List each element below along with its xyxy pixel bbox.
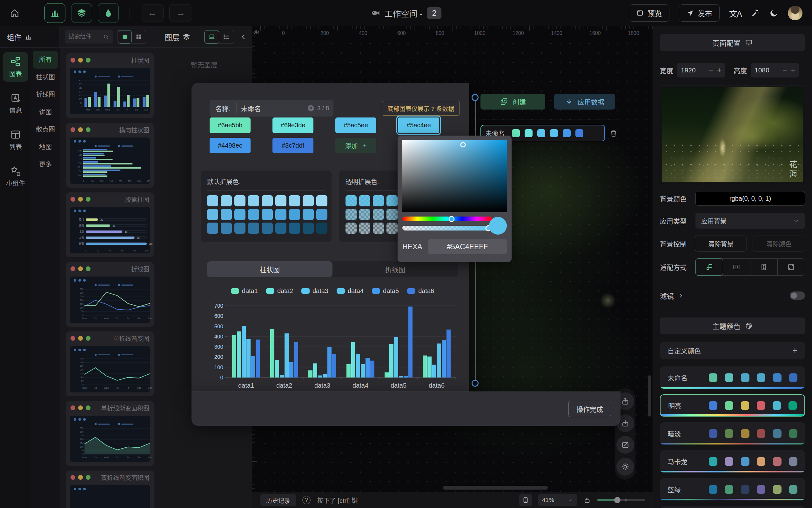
palette-swatch[interactable] <box>221 222 232 234</box>
avatar[interactable] <box>788 6 803 20</box>
fit-width-button[interactable] <box>723 259 750 275</box>
chart-mode-button[interactable] <box>44 3 66 23</box>
connector-handle-bottom[interactable] <box>472 380 478 387</box>
clear-color-button[interactable]: 清除颜色 <box>753 236 805 251</box>
component-card[interactable]: 柱状图050100150200250300350MonTueWedThuFriS… <box>66 53 154 118</box>
legend-item[interactable]: data3 <box>301 287 328 295</box>
tab-line-chart[interactable]: 折线图 <box>333 261 458 277</box>
color-chip[interactable]: #69e3de <box>272 118 313 133</box>
add-color-button[interactable]: 添加+ <box>335 138 376 153</box>
color-chip[interactable]: #3c7ddf <box>272 138 313 153</box>
transparent-palette-swatch[interactable] <box>345 209 357 220</box>
saturation-area[interactable] <box>402 140 507 212</box>
list-view-button[interactable] <box>219 30 234 43</box>
history-button[interactable]: 历史记录 <box>260 494 296 506</box>
transparent-palette-swatch[interactable] <box>345 222 357 234</box>
palette-swatch[interactable] <box>221 195 232 206</box>
collapse-panel-icon[interactable] <box>240 33 247 41</box>
clear-input-icon[interactable]: ✕ <box>308 105 314 112</box>
palette-swatch[interactable] <box>207 195 218 206</box>
theme-row-马卡龙[interactable]: 马卡龙 <box>660 450 805 472</box>
category-item-4[interactable]: 散点图 <box>33 121 58 138</box>
sidebar-item-charts[interactable]: 图表 <box>3 52 28 82</box>
search-input[interactable] <box>69 33 100 40</box>
palette-swatch[interactable] <box>303 222 314 234</box>
height-plus-button[interactable]: + <box>791 66 795 75</box>
transparent-palette-swatch[interactable] <box>386 209 397 220</box>
color-chip[interactable]: #5ac4ee <box>398 118 439 133</box>
component-card[interactable]: 折线图050100150200250300350MonTueWedThuFriS… <box>66 262 154 327</box>
search-box[interactable] <box>65 30 113 43</box>
transparent-palette-swatch[interactable] <box>386 222 397 234</box>
palette-swatch[interactable] <box>316 222 328 234</box>
sidebar-item-info[interactable]: 信息 <box>3 89 28 118</box>
app-type-select[interactable]: 应用背景 <box>695 213 805 228</box>
palette-swatch[interactable] <box>248 209 259 220</box>
color-chip[interactable]: #6ae5bb <box>210 118 251 133</box>
palette-swatch[interactable] <box>262 209 273 220</box>
palette-swatch[interactable] <box>275 195 287 206</box>
vertical-scrollbar[interactable] <box>648 375 651 417</box>
component-card[interactable]: 横向柱状图SunSatFriThuWedTueMon05010015020025… <box>66 123 154 187</box>
component-card[interactable]: 双折线渐变面积图 <box>66 470 154 508</box>
transparent-palette-swatch[interactable] <box>359 209 370 220</box>
width-minus-button[interactable]: − <box>709 66 713 75</box>
theme-row-partial[interactable] <box>660 506 805 508</box>
alpha-slider[interactable] <box>402 226 492 230</box>
publish-button[interactable]: 发布 <box>679 4 720 22</box>
theme-row-暗淡[interactable]: 暗淡 <box>660 422 805 444</box>
legend-item[interactable]: data1 <box>231 287 258 295</box>
transparent-palette-swatch[interactable] <box>359 195 370 206</box>
lock-icon[interactable] <box>583 496 591 504</box>
zoom-level-select[interactable]: 41% <box>538 494 577 506</box>
language-icon[interactable]: 文A <box>729 7 741 19</box>
category-item-2[interactable]: 折线图 <box>33 86 58 103</box>
transparent-palette-swatch[interactable] <box>373 195 384 206</box>
zoom-slider-handle[interactable] <box>614 497 621 503</box>
category-item-3[interactable]: 饼图 <box>33 103 58 121</box>
fit-stretch-button[interactable] <box>778 259 805 275</box>
color-chip[interactable]: #5ac5ee <box>335 118 376 133</box>
category-item-6[interactable]: 更多 <box>33 156 58 173</box>
preview-button[interactable]: 预览 <box>629 4 670 22</box>
transparent-palette-swatch[interactable] <box>373 209 384 220</box>
palette-swatch[interactable] <box>275 209 287 220</box>
bg-color-input[interactable] <box>695 191 805 206</box>
palette-swatch[interactable] <box>316 195 328 206</box>
thumbnail-view-button[interactable] <box>205 30 219 43</box>
fit-scale-button[interactable] <box>695 258 723 276</box>
dark-mode-icon[interactable] <box>769 9 778 17</box>
theme-row-未命名[interactable]: 未命名 <box>660 367 805 389</box>
edit-button[interactable] <box>616 436 634 454</box>
legend-item[interactable]: data2 <box>266 287 293 295</box>
zoom-slider[interactable] <box>597 499 645 501</box>
transparent-palette-swatch[interactable] <box>359 222 370 234</box>
palette-swatch[interactable] <box>303 209 314 220</box>
palette-swatch[interactable] <box>234 195 246 206</box>
legend-item[interactable]: data6 <box>407 287 434 295</box>
hue-slider[interactable] <box>402 216 492 221</box>
theme-row-明亮[interactable]: 明亮 <box>660 394 805 417</box>
palette-swatch[interactable] <box>248 195 259 206</box>
color-chip[interactable]: #4498ec <box>210 138 251 153</box>
fit-height-button[interactable] <box>751 259 778 275</box>
palette-swatch[interactable] <box>207 209 218 220</box>
filter-toggle[interactable] <box>790 292 805 300</box>
grid-view-button[interactable] <box>132 30 146 43</box>
palette-swatch[interactable] <box>234 209 246 220</box>
hue-handle[interactable] <box>449 216 455 222</box>
palette-swatch[interactable] <box>234 222 246 234</box>
transparent-palette-swatch[interactable] <box>386 195 397 206</box>
palette-swatch[interactable] <box>248 222 259 234</box>
sidebar-item-widgets[interactable]: 小组件 <box>3 162 28 191</box>
transparent-palette-swatch[interactable] <box>345 195 357 206</box>
palette-swatch[interactable] <box>289 222 300 234</box>
shortcut-panel-button[interactable] <box>519 494 532 506</box>
palette-swatch[interactable] <box>262 222 273 234</box>
tab-bar-chart[interactable]: 柱状图 <box>207 261 333 277</box>
transparent-palette-swatch[interactable] <box>373 222 384 234</box>
eye-icon[interactable] <box>253 29 259 36</box>
saturation-handle[interactable] <box>460 142 466 147</box>
add-custom-color-button[interactable]: + <box>792 346 798 355</box>
name-input[interactable] <box>237 104 308 112</box>
